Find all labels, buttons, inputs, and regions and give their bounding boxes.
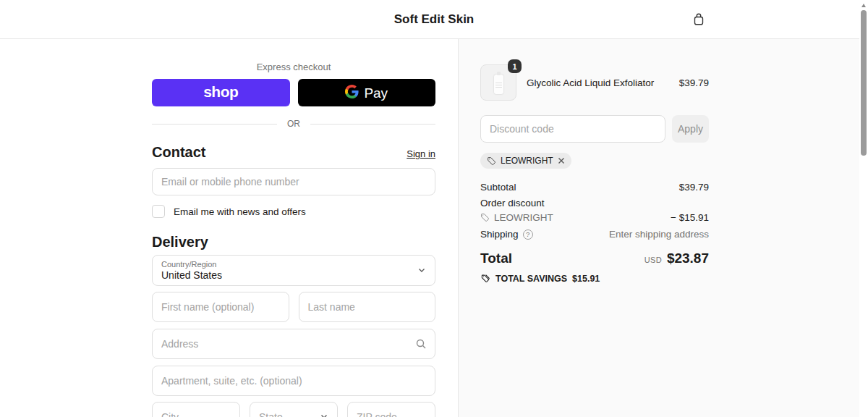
product-name: Glycolic Acid Liquid Exfoliator	[527, 77, 669, 89]
cost-summary: Subtotal $39.79 Order discount LEOWRIGHT…	[480, 182, 709, 240]
shop-pay-button[interactable]: shop	[152, 79, 290, 106]
last-name-field[interactable]	[299, 292, 436, 322]
first-name-field[interactable]	[152, 292, 289, 322]
total-value: $23.87	[667, 250, 709, 266]
discount-code-input[interactable]	[480, 115, 665, 143]
double-tag-icon	[480, 274, 490, 284]
express-checkout-label: Express checkout	[152, 62, 435, 72]
tag-icon	[487, 156, 496, 166]
help-icon[interactable]: ?	[523, 229, 533, 240]
shop-pay-logo: shop	[203, 84, 238, 101]
newsletter-label: Email me with news and offers	[174, 206, 306, 217]
state-select-placeholder: State	[259, 411, 283, 417]
country-select-value: United States	[161, 269, 222, 281]
contact-heading: Contact	[152, 144, 205, 161]
product-price: $39.79	[679, 77, 709, 88]
google-pay-button[interactable]: Pay	[298, 79, 436, 106]
scrollbar-thumb[interactable]	[861, 10, 867, 156]
newsletter-checkbox[interactable]	[152, 205, 165, 218]
or-text: OR	[287, 119, 300, 129]
currency-code: USD	[644, 256, 662, 264]
zip-code-field[interactable]	[347, 402, 435, 417]
country-select[interactable]: Country/Region United States	[152, 255, 435, 286]
shipping-value: Enter shipping address	[609, 229, 709, 240]
total-savings-label: TOTAL SAVINGS	[495, 274, 567, 284]
order-summary-panel: 1 Glycolic Acid Liquid Exfoliator $39.79…	[458, 39, 868, 417]
remove-discount-button[interactable]	[558, 157, 565, 164]
cart-button[interactable]	[689, 10, 708, 29]
address-field[interactable]	[152, 329, 435, 359]
express-checkout-buttons: shop Pay	[152, 79, 435, 106]
chevron-down-icon	[320, 410, 328, 417]
newsletter-checkbox-row[interactable]: Email me with news and offers	[152, 205, 435, 218]
apartment-field[interactable]	[152, 366, 435, 396]
city-field[interactable]	[152, 402, 240, 417]
total-savings-row: TOTAL SAVINGS $15.91	[480, 274, 709, 284]
or-divider: OR	[152, 119, 435, 129]
tag-icon	[480, 213, 490, 222]
checkout-page: Soft Edit Skin Express checkout shop	[0, 0, 868, 417]
store-title: Soft Edit Skin	[0, 0, 868, 39]
cart-bag-icon	[691, 18, 707, 29]
header: Soft Edit Skin	[0, 0, 868, 39]
search-icon	[415, 338, 427, 353]
quantity-badge: 1	[508, 59, 522, 73]
checkout-form-column: Express checkout shop Pay	[0, 39, 458, 417]
delivery-heading: Delivery	[152, 234, 435, 250]
applied-discount-code: LEOWRIGHT	[501, 156, 553, 166]
google-g-icon	[345, 85, 359, 101]
chevron-down-icon	[417, 264, 426, 277]
scrollbar[interactable]	[859, 0, 868, 417]
discount-code-label: LEOWRIGHT	[494, 212, 553, 223]
scroll-up-arrow-icon[interactable]	[861, 4, 866, 7]
product-thumbnail: 1	[480, 64, 516, 101]
subtotal-label: Subtotal	[480, 182, 516, 193]
discount-amount: − $15.91	[671, 212, 709, 223]
shipping-label: Shipping	[480, 229, 519, 240]
email-field[interactable]	[152, 168, 435, 195]
gpay-label: Pay	[364, 86, 388, 100]
subtotal-value: $39.79	[679, 182, 709, 193]
order-discount-label: Order discount	[480, 198, 545, 208]
apply-discount-button[interactable]: Apply	[672, 115, 709, 143]
state-select[interactable]: State	[250, 402, 338, 417]
country-select-label: Country/Region	[161, 260, 222, 269]
sign-in-link[interactable]: Sign in	[407, 148, 435, 159]
total-label: Total	[480, 250, 512, 266]
applied-discount-tag: LEOWRIGHT	[480, 153, 571, 169]
total-savings-value: $15.91	[572, 274, 600, 284]
product-bottle-image	[494, 75, 503, 94]
close-icon	[558, 157, 565, 164]
cart-line-item: 1 Glycolic Acid Liquid Exfoliator $39.79	[480, 64, 709, 101]
